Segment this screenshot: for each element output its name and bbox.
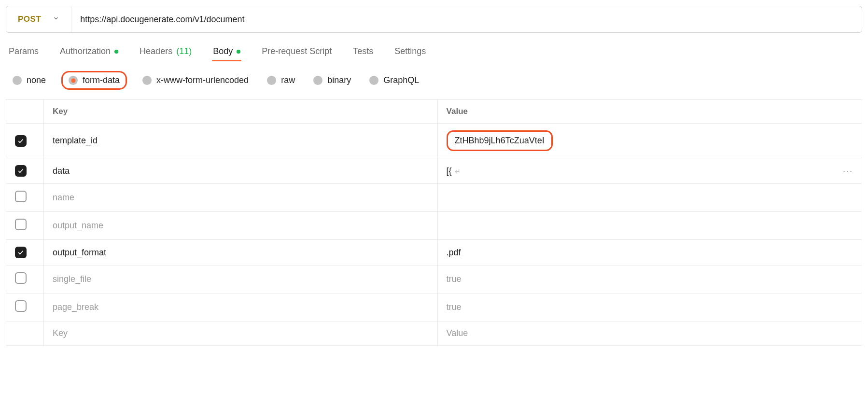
table-row: name: [6, 184, 862, 212]
tab-authorization[interactable]: Authorization: [59, 42, 119, 60]
row-checkbox-cell: [6, 124, 44, 158]
row-value-cell[interactable]: [{↵···: [437, 158, 862, 184]
tab-authorization-label: Authorization: [60, 46, 111, 56]
row-key-text: template_id: [53, 136, 98, 145]
tab-params-label: Params: [9, 46, 39, 56]
request-bar: POST https://api.docugenerate.com/v1/doc…: [6, 6, 862, 33]
placeholder-check-cell: [6, 321, 44, 346]
row-value-text: true: [447, 274, 462, 284]
request-url-text: https://api.docugenerate.com/v1/document: [80, 14, 244, 25]
table-header-value: Value: [437, 100, 862, 124]
tab-headers-label: Headers: [140, 46, 172, 56]
row-value-cell[interactable]: true: [437, 265, 862, 293]
row-key-cell[interactable]: output_format: [44, 240, 438, 265]
request-url-input[interactable]: https://api.docugenerate.com/v1/document: [71, 6, 862, 32]
row-checkbox[interactable]: [15, 165, 27, 177]
row-key-text: single_file: [53, 274, 91, 284]
row-value-text: ZtHBhb9jLh6TcZuaVteI: [455, 136, 545, 145]
placeholder-key-cell[interactable]: Key: [44, 321, 438, 346]
tab-prerequest[interactable]: Pre-request Script: [261, 42, 333, 60]
tab-prerequest-label: Pre-request Script: [262, 46, 332, 56]
row-checkbox-cell: [6, 240, 44, 265]
table-row: single_filetrue: [6, 265, 862, 293]
table-row: output_name: [6, 212, 862, 240]
row-checkbox[interactable]: [15, 247, 27, 258]
tab-params[interactable]: Params: [8, 42, 40, 60]
row-checkbox-cell: [6, 265, 44, 293]
radio-icon: [142, 76, 152, 85]
row-checkbox[interactable]: [15, 300, 27, 312]
row-key-cell[interactable]: name: [44, 184, 438, 212]
body-type-urlencoded[interactable]: x-www-form-urlencoded: [140, 73, 252, 87]
body-type-formdata-label: form-data: [83, 75, 120, 85]
body-type-binary-label: binary: [327, 75, 351, 85]
row-key-cell[interactable]: template_id: [44, 124, 438, 158]
body-type-none[interactable]: none: [10, 73, 49, 87]
row-checkbox[interactable]: [15, 272, 27, 284]
request-tabs: Params Authorization Headers (11) Body P…: [6, 42, 862, 60]
tab-body-label: Body: [213, 46, 233, 56]
table-row: data[{↵···: [6, 158, 862, 184]
row-value-text: .pdf: [447, 248, 461, 257]
row-checkbox[interactable]: [15, 135, 27, 147]
placeholder-key-text: Key: [53, 328, 68, 338]
body-type-graphql[interactable]: GraphQL: [366, 73, 422, 87]
tab-settings[interactable]: Settings: [393, 42, 427, 60]
body-type-none-label: none: [27, 75, 46, 85]
formdata-table: Key Value template_idZtHBhb9jLh6TcZuaVte…: [6, 99, 862, 346]
row-value-text: [{: [447, 166, 452, 176]
placeholder-value-cell[interactable]: Value: [437, 321, 862, 346]
body-type-binary[interactable]: binary: [310, 73, 354, 87]
table-placeholder-row: KeyValue: [6, 321, 862, 346]
row-value-cell[interactable]: [437, 212, 862, 240]
http-method-label: POST: [18, 14, 41, 24]
body-type-urlencoded-label: x-www-form-urlencoded: [156, 75, 249, 85]
table-row: page_breaktrue: [6, 293, 862, 321]
row-key-cell[interactable]: output_name: [44, 212, 438, 240]
table-row: output_format.pdf: [6, 240, 862, 265]
row-key-cell[interactable]: single_file: [44, 265, 438, 293]
expand-value-icon[interactable]: ···: [843, 166, 853, 176]
radio-icon: [313, 76, 322, 85]
status-dot-icon: [237, 50, 240, 54]
tab-headers[interactable]: Headers (11): [139, 42, 193, 60]
row-value-cell[interactable]: [437, 184, 862, 212]
row-key-cell[interactable]: data: [44, 158, 438, 184]
tab-body[interactable]: Body: [212, 42, 241, 60]
tab-headers-count: (11): [176, 46, 192, 56]
http-method-select[interactable]: POST: [6, 6, 71, 32]
body-type-formdata[interactable]: form-data: [69, 75, 120, 85]
row-value-cell[interactable]: ZtHBhb9jLh6TcZuaVteI: [437, 124, 862, 158]
row-checkbox-cell: [6, 293, 44, 321]
status-dot-icon: [114, 50, 118, 54]
placeholder-value-text: Value: [447, 328, 468, 338]
row-value-cell[interactable]: .pdf: [437, 240, 862, 265]
body-type-selector: none form-data x-www-form-urlencoded raw…: [6, 69, 862, 92]
radio-icon: [267, 76, 276, 85]
table-header-row: Key Value: [6, 100, 862, 124]
row-key-text: output_format: [53, 248, 106, 257]
radio-icon: [369, 76, 378, 85]
newline-icon: ↵: [455, 167, 461, 175]
table-row: template_idZtHBhb9jLh6TcZuaVteI: [6, 124, 862, 158]
table-header-key: Key: [44, 100, 438, 124]
row-checkbox-cell: [6, 212, 44, 240]
row-value-cell[interactable]: true: [437, 293, 862, 321]
tab-tests[interactable]: Tests: [352, 42, 374, 60]
radio-icon: [13, 76, 22, 85]
body-type-graphql-label: GraphQL: [383, 75, 419, 85]
value-highlight-box: ZtHBhb9jLh6TcZuaVteI: [447, 130, 553, 151]
row-key-text: page_break: [53, 302, 98, 312]
row-checkbox[interactable]: [15, 191, 27, 202]
chevron-down-icon: [53, 15, 59, 24]
row-key-cell[interactable]: page_break: [44, 293, 438, 321]
body-type-raw[interactable]: raw: [264, 73, 298, 87]
row-checkbox[interactable]: [15, 219, 27, 230]
row-checkbox-cell: [6, 158, 44, 184]
tab-settings-label: Settings: [394, 46, 426, 56]
table-header-check: [6, 100, 44, 124]
body-type-formdata-highlight: form-data: [61, 71, 127, 90]
tab-tests-label: Tests: [353, 46, 373, 56]
row-key-text: data: [53, 166, 70, 176]
row-value-text: true: [447, 302, 462, 312]
